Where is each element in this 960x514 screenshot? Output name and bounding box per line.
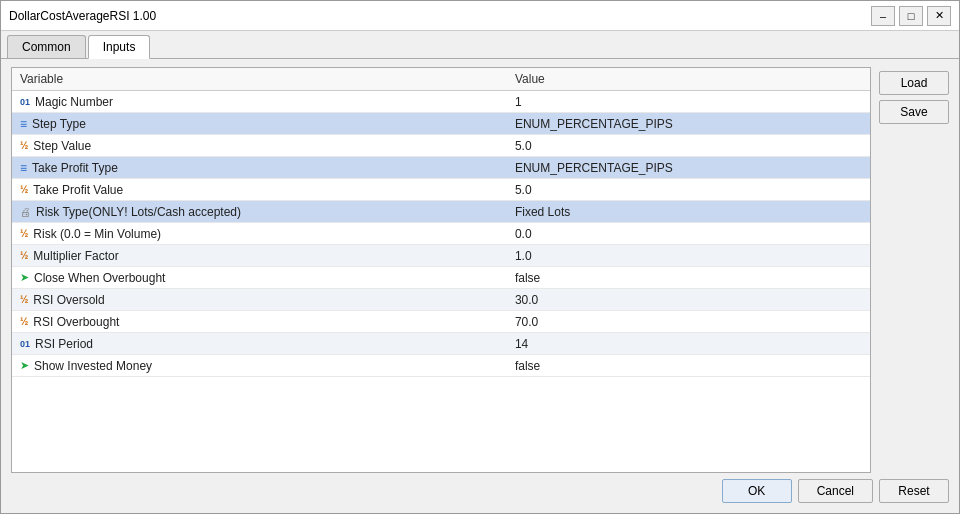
table-row-value[interactable]: 0.0 xyxy=(507,223,870,245)
table-row-value[interactable]: Fixed Lots xyxy=(507,201,870,223)
table-row-variable: ½Take Profit Value xyxy=(12,179,507,201)
column-variable: Variable xyxy=(12,68,507,91)
table-row-variable: 🖨Risk Type(ONLY! Lots/Cash accepted) xyxy=(12,201,507,223)
window-title: DollarCostAverageRSI 1.00 xyxy=(9,9,156,23)
table-row-variable: ½RSI Oversold xyxy=(12,289,507,311)
table-row-variable: ≡Step Type xyxy=(12,113,507,135)
close-button[interactable]: ✕ xyxy=(927,6,951,26)
table-row: 🖨Risk Type(ONLY! Lots/Cash accepted)Fixe… xyxy=(12,201,870,223)
tab-inputs[interactable]: Inputs xyxy=(88,35,151,59)
table-row: ½Take Profit Value5.0 xyxy=(12,179,870,201)
table-row-variable: ½Risk (0.0 = Min Volume) xyxy=(12,223,507,245)
table-row-value[interactable]: 5.0 xyxy=(507,135,870,157)
table-row-value[interactable]: ENUM_PERCENTAGE_PIPS xyxy=(507,157,870,179)
tab-bar: Common Inputs xyxy=(1,31,959,59)
table-row-variable: ➤Show Invested Money xyxy=(12,355,507,377)
cancel-button[interactable]: Cancel xyxy=(798,479,873,503)
table-header-row: Variable Value xyxy=(12,68,870,91)
parameters-table-container: Variable Value 01Magic Number1≡Step Type… xyxy=(11,67,871,473)
table-row-variable: ≡Take Profit Type xyxy=(12,157,507,179)
minimize-button[interactable]: – xyxy=(871,6,895,26)
reset-button[interactable]: Reset xyxy=(879,479,949,503)
table-row-variable: 01RSI Period xyxy=(12,333,507,355)
table-row-variable: 01Magic Number xyxy=(12,91,507,113)
table-row-variable: ➤Close When Overbought xyxy=(12,267,507,289)
table-row-value[interactable]: false xyxy=(507,355,870,377)
load-button[interactable]: Load xyxy=(879,71,949,95)
tab-common[interactable]: Common xyxy=(7,35,86,58)
table-row: ½RSI Oversold30.0 xyxy=(12,289,870,311)
table-row-value[interactable]: 1 xyxy=(507,91,870,113)
table-row-value[interactable]: false xyxy=(507,267,870,289)
content-area: Variable Value 01Magic Number1≡Step Type… xyxy=(1,59,959,513)
table-row-value[interactable]: 14 xyxy=(507,333,870,355)
side-buttons: Load Save xyxy=(879,67,949,473)
table-row: ≡Step TypeENUM_PERCENTAGE_PIPS xyxy=(12,113,870,135)
title-bar: DollarCostAverageRSI 1.00 – □ ✕ xyxy=(1,1,959,31)
save-button[interactable]: Save xyxy=(879,100,949,124)
footer-row: OK Cancel Reset xyxy=(11,473,949,505)
table-row-value[interactable]: 30.0 xyxy=(507,289,870,311)
maximize-button[interactable]: □ xyxy=(899,6,923,26)
column-value: Value xyxy=(507,68,870,91)
layout-row: Variable Value 01Magic Number1≡Step Type… xyxy=(11,67,949,473)
main-window: DollarCostAverageRSI 1.00 – □ ✕ Common I… xyxy=(0,0,960,514)
table-row: ➤Show Invested Moneyfalse xyxy=(12,355,870,377)
table-row: ½Step Value5.0 xyxy=(12,135,870,157)
table-row: ➤Close When Overboughtfalse xyxy=(12,267,870,289)
table-row-value[interactable]: 5.0 xyxy=(507,179,870,201)
table-row-value[interactable]: 70.0 xyxy=(507,311,870,333)
parameters-table: Variable Value 01Magic Number1≡Step Type… xyxy=(12,68,870,377)
table-row-value[interactable]: 1.0 xyxy=(507,245,870,267)
table-row: 01RSI Period14 xyxy=(12,333,870,355)
table-row-variable: ½RSI Overbought xyxy=(12,311,507,333)
table-row: ½Multiplier Factor1.0 xyxy=(12,245,870,267)
table-row-value[interactable]: ENUM_PERCENTAGE_PIPS xyxy=(507,113,870,135)
table-row: 01Magic Number1 xyxy=(12,91,870,113)
table-row-variable: ½Step Value xyxy=(12,135,507,157)
table-row: ½Risk (0.0 = Min Volume)0.0 xyxy=(12,223,870,245)
window-controls: – □ ✕ xyxy=(871,6,951,26)
table-row: ≡Take Profit TypeENUM_PERCENTAGE_PIPS xyxy=(12,157,870,179)
table-row: ½RSI Overbought70.0 xyxy=(12,311,870,333)
ok-button[interactable]: OK xyxy=(722,479,792,503)
table-row-variable: ½Multiplier Factor xyxy=(12,245,507,267)
